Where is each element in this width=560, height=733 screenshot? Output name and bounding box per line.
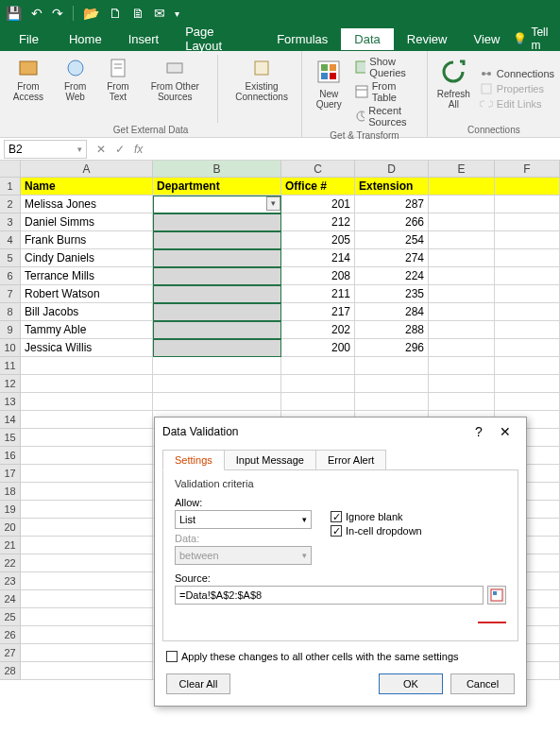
- row-header[interactable]: 7: [0, 285, 21, 303]
- properties-button[interactable]: Properties: [480, 81, 554, 96]
- col-header-C[interactable]: C: [281, 161, 355, 178]
- row-header[interactable]: 15: [0, 429, 21, 447]
- cell[interactable]: [281, 393, 355, 411]
- row-header[interactable]: 20: [0, 519, 21, 537]
- cell[interactable]: 288: [355, 321, 429, 339]
- cell[interactable]: [495, 213, 560, 231]
- apply-changes-checkbox[interactable]: Apply these changes to all other cells w…: [166, 651, 515, 662]
- cell[interactable]: [153, 393, 281, 411]
- cell[interactable]: 202: [281, 321, 355, 339]
- cell[interactable]: 235: [355, 285, 429, 303]
- row-header[interactable]: 3: [0, 213, 21, 231]
- row-header[interactable]: 22: [0, 554, 21, 572]
- menu-data[interactable]: Data: [341, 28, 393, 50]
- cell[interactable]: [429, 285, 495, 303]
- cell[interactable]: Frank Burns: [21, 231, 153, 249]
- cell[interactable]: [355, 357, 429, 375]
- cell[interactable]: 224: [355, 267, 429, 285]
- cell[interactable]: [21, 483, 153, 501]
- cell[interactable]: [21, 554, 153, 572]
- allow-select[interactable]: List▾: [175, 510, 312, 529]
- cell[interactable]: 201: [281, 196, 355, 213]
- cell[interactable]: Daniel Simms: [21, 213, 153, 231]
- cell[interactable]: [495, 285, 560, 303]
- cell[interactable]: [429, 375, 495, 393]
- from-table-button[interactable]: From Table: [355, 79, 421, 104]
- cell[interactable]: [429, 267, 495, 285]
- cell[interactable]: [21, 519, 153, 537]
- menu-review[interactable]: Review: [394, 28, 461, 50]
- cell[interactable]: [495, 267, 560, 285]
- cell[interactable]: [21, 644, 153, 662]
- row-header[interactable]: 6: [0, 267, 21, 285]
- menu-formulas[interactable]: Formulas: [263, 28, 341, 50]
- cell[interactable]: Name: [21, 178, 153, 196]
- cell[interactable]: 296: [355, 339, 429, 357]
- cell[interactable]: [21, 626, 153, 644]
- row-header[interactable]: 10: [0, 339, 21, 357]
- from-text-button[interactable]: From Text: [100, 55, 136, 123]
- menu-view[interactable]: View: [460, 28, 513, 50]
- cell[interactable]: [21, 590, 153, 608]
- cell[interactable]: [495, 249, 560, 267]
- edit-links-button[interactable]: Edit Links: [480, 96, 554, 111]
- row-header[interactable]: 21: [0, 537, 21, 554]
- cell[interactable]: [495, 303, 560, 321]
- cell[interactable]: [281, 375, 355, 393]
- cancel-icon[interactable]: ✕: [96, 143, 106, 156]
- cell[interactable]: [429, 249, 495, 267]
- cell[interactable]: [21, 411, 153, 429]
- cell[interactable]: [429, 339, 495, 357]
- dropdown-arrow-icon[interactable]: ▾: [266, 196, 280, 211]
- cell[interactable]: Terrance Mills: [21, 267, 153, 285]
- from-other-sources-button[interactable]: From Other Sources: [142, 55, 208, 123]
- cell[interactable]: [153, 339, 281, 357]
- from-access-button[interactable]: From Access: [6, 55, 51, 123]
- col-header-E[interactable]: E: [429, 161, 495, 178]
- row-header[interactable]: 24: [0, 590, 21, 608]
- ignore-blank-checkbox[interactable]: Ignore blank: [331, 511, 422, 522]
- row-header[interactable]: 17: [0, 465, 21, 483]
- cell[interactable]: [153, 321, 281, 339]
- undo-icon[interactable]: ↶: [31, 6, 42, 21]
- row-header[interactable]: 5: [0, 249, 21, 267]
- cell[interactable]: [495, 231, 560, 249]
- cell[interactable]: 284: [355, 303, 429, 321]
- cell[interactable]: [21, 375, 153, 393]
- cell[interactable]: [21, 429, 153, 447]
- cell[interactable]: [153, 375, 281, 393]
- tab-settings[interactable]: Settings: [162, 450, 225, 470]
- cell[interactable]: 212: [281, 213, 355, 231]
- cell[interactable]: [21, 465, 153, 483]
- tab-input-message[interactable]: Input Message: [224, 450, 316, 470]
- cell[interactable]: Department: [153, 178, 281, 196]
- cell[interactable]: [429, 357, 495, 375]
- cell[interactable]: [495, 375, 560, 393]
- row-header[interactable]: 16: [0, 447, 21, 465]
- help-button[interactable]: ?: [466, 424, 492, 439]
- refresh-all-button[interactable]: Refresh All: [433, 55, 474, 123]
- cell[interactable]: 208: [281, 267, 355, 285]
- cell[interactable]: [153, 249, 281, 267]
- from-web-button[interactable]: From Web: [57, 55, 94, 123]
- cell[interactable]: 254: [355, 231, 429, 249]
- row-header[interactable]: 14: [0, 411, 21, 429]
- incell-dropdown-checkbox[interactable]: In-cell dropdown: [331, 525, 422, 537]
- preview-icon[interactable]: 🗎: [131, 6, 144, 21]
- new-icon[interactable]: 🗋: [109, 6, 122, 21]
- menu-insert[interactable]: Insert: [115, 28, 173, 50]
- col-header-A[interactable]: A: [21, 161, 153, 178]
- cell[interactable]: [429, 196, 495, 213]
- cell[interactable]: [429, 213, 495, 231]
- cell[interactable]: [153, 267, 281, 285]
- source-input[interactable]: [175, 586, 484, 605]
- row-header[interactable]: 19: [0, 501, 21, 519]
- ok-button[interactable]: OK: [379, 673, 443, 694]
- cell[interactable]: [21, 393, 153, 411]
- cell[interactable]: 217: [281, 303, 355, 321]
- cell[interactable]: [495, 357, 560, 375]
- cell[interactable]: [153, 231, 281, 249]
- row-header[interactable]: 25: [0, 608, 21, 626]
- cell[interactable]: [21, 662, 153, 680]
- cell[interactable]: [495, 321, 560, 339]
